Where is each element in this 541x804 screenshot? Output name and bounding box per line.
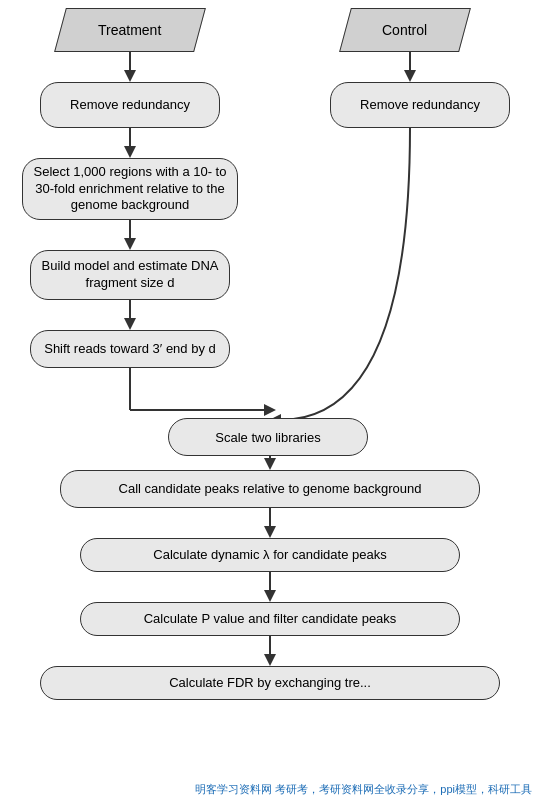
call-peaks-label: Call candidate peaks relative to genome … [119, 481, 422, 498]
svg-marker-15 [264, 458, 276, 470]
calculate-pvalue-node: Calculate P value and filter candidate p… [80, 602, 460, 636]
watermark: 明客学习资料网 考研考，考研资料网全收录分享，ppi模型，科研工具 [191, 780, 536, 799]
build-model-label: Build model and estimate DNA fragment si… [41, 258, 219, 292]
select-regions-node: Select 1,000 regions with a 10- to 30-fo… [22, 158, 238, 220]
svg-marker-19 [264, 590, 276, 602]
remove-redundancy-left: Remove redundancy [40, 82, 220, 128]
svg-marker-3 [124, 146, 136, 158]
svg-marker-17 [264, 526, 276, 538]
flowchart: Treatment Control Remove redundancy Remo… [0, 0, 541, 804]
scale-libraries-label: Scale two libraries [215, 430, 321, 445]
svg-marker-5 [124, 238, 136, 250]
scale-libraries-node: Scale two libraries [168, 418, 368, 456]
svg-marker-21 [264, 654, 276, 666]
select-regions-label: Select 1,000 regions with a 10- to 30-fo… [33, 164, 227, 215]
calculate-fdr-node: Calculate FDR by exchanging tre... [40, 666, 500, 700]
watermark-text: 明客学习资料网 [195, 783, 272, 795]
remove-redundancy-left-label: Remove redundancy [70, 97, 190, 114]
svg-marker-12 [404, 70, 416, 82]
control-node: Control [339, 8, 471, 52]
remove-redundancy-right-label: Remove redundancy [360, 97, 480, 114]
treatment-node: Treatment [54, 8, 206, 52]
calculate-fdr-label: Calculate FDR by exchanging tre... [169, 675, 371, 692]
calculate-pvalue-label: Calculate P value and filter candidate p… [144, 611, 397, 628]
call-peaks-node: Call candidate peaks relative to genome … [60, 470, 480, 508]
svg-marker-10 [264, 404, 276, 416]
control-label: Control [382, 22, 427, 38]
build-model-node: Build model and estimate DNA fragment si… [30, 250, 230, 300]
calculate-lambda-label: Calculate dynamic λ for candidate peaks [153, 547, 386, 564]
svg-marker-7 [124, 318, 136, 330]
treatment-label: Treatment [98, 22, 161, 38]
shift-reads-label: Shift reads toward 3′ end by d [44, 341, 216, 358]
remove-redundancy-right: Remove redundancy [330, 82, 510, 128]
svg-marker-1 [124, 70, 136, 82]
shift-reads-node: Shift reads toward 3′ end by d [30, 330, 230, 368]
calculate-lambda-node: Calculate dynamic λ for candidate peaks [80, 538, 460, 572]
